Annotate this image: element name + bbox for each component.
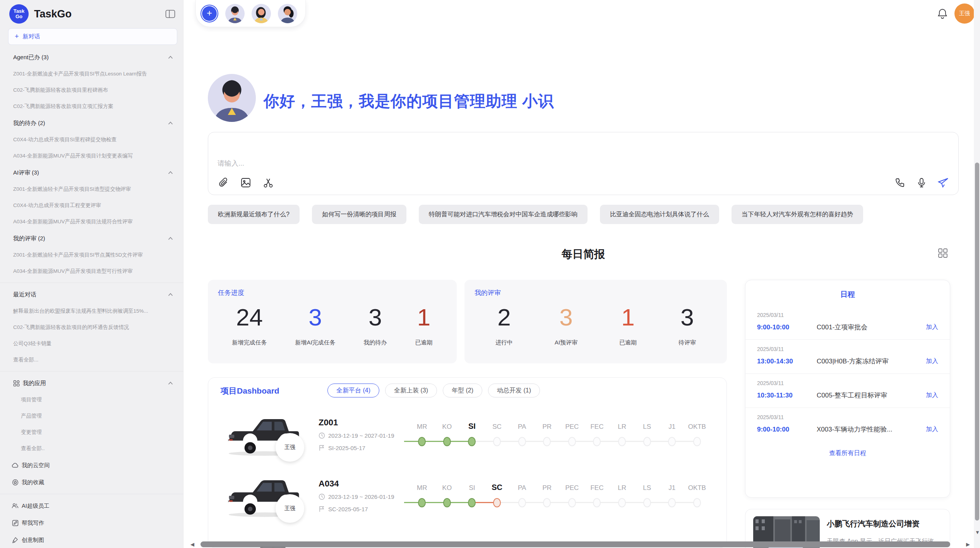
sidebar-item[interactable]: Z001-全新燃油轻卡产品开发项目SI节点属性5D文件评审 <box>0 247 183 263</box>
sidebar-item-favorites[interactable]: 我的收藏 <box>0 474 183 491</box>
sidebar-item-creative-drawing[interactable]: 创意制图 <box>0 531 183 548</box>
suggestion-chip[interactable]: 欧洲新规最近颁布了什么? <box>208 205 300 224</box>
sidebar-item[interactable]: Z001-全新燃油皮卡产品开发项目SI节点Lesson Learn报告 <box>0 66 183 82</box>
milestone-dot[interactable] <box>668 498 676 507</box>
attach-image-icon[interactable] <box>239 176 252 189</box>
milestone-dot[interactable] <box>443 498 451 507</box>
new-chat-button[interactable]: + 新对话 <box>8 28 177 45</box>
dashboard-tab[interactable]: 全新上装 (3) <box>385 384 437 397</box>
voice-call-icon[interactable] <box>893 176 906 189</box>
hscroll-left-arrow[interactable]: ◀ <box>190 541 194 547</box>
milestone-dot[interactable] <box>668 437 676 446</box>
milestone-dot[interactable] <box>643 498 651 507</box>
sidebar-item[interactable]: 查看全部.. <box>0 440 183 457</box>
sidebar-item-ai-super-staff[interactable]: AI超级员工 <box>0 497 183 514</box>
join-meeting-link[interactable]: 加入 <box>926 357 938 365</box>
join-meeting-link[interactable]: 加入 <box>926 323 938 331</box>
session-avatar-1[interactable] <box>225 4 245 23</box>
notification-bell-icon[interactable] <box>937 8 948 19</box>
suggestion-chip[interactable]: 特朗普可能对进口汽车增税会对中国车企造成哪些影响 <box>419 205 588 224</box>
session-avatar-2[interactable] <box>252 4 271 23</box>
sidebar-section-header[interactable]: 我的待办 (2) <box>0 115 183 132</box>
sidebar-item[interactable]: A034-全新新能源MUV产品开发项目计划变更表编写 <box>0 148 183 164</box>
milestone-dot[interactable] <box>418 437 426 446</box>
horizontal-scrollbar[interactable] <box>200 541 950 547</box>
milestone-dot[interactable] <box>643 437 651 446</box>
sidebar-section-header[interactable]: AI评审 (3) <box>0 164 183 181</box>
chevron-up-icon[interactable] <box>168 55 173 59</box>
dashboard-tab[interactable]: 全新平台 (4) <box>327 384 379 397</box>
hscroll-right-arrow[interactable]: ▶ <box>966 541 970 547</box>
milestone-dot[interactable] <box>493 498 501 507</box>
milestone-dot[interactable] <box>568 437 576 446</box>
sidebar-item[interactable]: C02-飞腾新能源轻客改款项目里程碑画布 <box>0 82 183 98</box>
microphone-icon[interactable] <box>915 176 928 189</box>
milestone-dot[interactable] <box>518 498 526 507</box>
sidebar-section-header[interactable]: 我的评审 (2) <box>0 230 183 247</box>
sidebar-item[interactable]: C02-飞腾新能源轻客改款项目的闭环通告反馈情况 <box>0 319 183 336</box>
sidebar-section-header[interactable]: 最近对话 <box>0 286 183 303</box>
milestone-dot[interactable] <box>568 498 576 507</box>
composer-actions <box>893 176 950 189</box>
sidebar-item[interactable]: A034-全新新能源MUV产品开发项目法规符合性评审 <box>0 214 183 230</box>
milestone-dot[interactable] <box>468 498 476 507</box>
sidebar-item[interactable]: C0X4-动力总成开发项目SI里程碑提交物检查 <box>0 132 183 148</box>
milestone: LS <box>634 414 660 451</box>
sidebar-item[interactable]: 公司Q3轻卡销量 <box>0 336 183 352</box>
milestone-dot[interactable] <box>468 437 476 446</box>
chat-input-box[interactable]: 请输入... <box>208 132 959 195</box>
session-avatar-3[interactable] <box>278 4 297 23</box>
milestone-dot[interactable] <box>518 437 526 446</box>
sidebar-item[interactable]: Z001-全新燃油轻卡产品开发项目SI造型提交物评审 <box>0 181 183 197</box>
sidebar-item-help-me-write[interactable]: 帮我写作 <box>0 514 183 531</box>
vertical-scrollbar[interactable] <box>975 163 979 521</box>
view-all-schedule-link[interactable]: 查看所有日程 <box>745 449 950 457</box>
vscroll-down-arrow[interactable]: ▼ <box>975 529 980 535</box>
join-meeting-link[interactable]: 加入 <box>926 391 938 399</box>
milestone-dot[interactable] <box>443 437 451 446</box>
attach-file-icon[interactable] <box>217 176 230 189</box>
milestone-dot[interactable] <box>493 437 501 446</box>
chevron-up-icon[interactable] <box>168 121 173 125</box>
sidebar-item-cloud-space[interactable]: 我的云空间 <box>0 457 183 474</box>
stat-value: 3 <box>364 301 387 334</box>
sidebar-item[interactable]: 查看全部... <box>0 352 183 368</box>
snippet-scissors-icon[interactable] <box>262 176 275 189</box>
sidebar-item[interactable]: A034-全新新能源MUV产品开发项目造型可行性评审 <box>0 263 183 279</box>
add-session-button[interactable]: + <box>200 5 218 22</box>
project-row: 王强A0342023-12-19 ~ 2026-01-19SC-2025-05-… <box>208 472 726 538</box>
milestone-dot[interactable] <box>543 437 551 446</box>
chevron-up-icon[interactable] <box>168 381 173 385</box>
send-icon[interactable] <box>937 176 950 189</box>
chevron-up-icon[interactable] <box>168 171 173 175</box>
plus-icon: + <box>202 6 217 21</box>
suggestion-chip[interactable]: 比亚迪全固态电池计划具体说了什么 <box>600 205 719 224</box>
milestone-dot[interactable] <box>693 437 701 446</box>
sidebar-item[interactable]: C0X4-动力总成开发项目工程变更评审 <box>0 197 183 214</box>
milestone-dot[interactable] <box>618 498 626 507</box>
milestone-label: OKTB <box>685 423 710 431</box>
milestone-dot[interactable] <box>618 437 626 446</box>
join-meeting-link[interactable]: 加入 <box>926 425 938 433</box>
chevron-up-icon[interactable] <box>168 293 173 296</box>
milestone-dot[interactable] <box>693 498 701 507</box>
sidebar-collapse-icon[interactable] <box>164 9 176 19</box>
milestone-dot[interactable] <box>418 498 426 507</box>
milestone-dot[interactable] <box>593 498 601 507</box>
dashboard-tab[interactable]: 年型 (2) <box>443 384 482 397</box>
sidebar-section-header[interactable]: Agent已办 (3) <box>0 49 183 66</box>
sidebar-section-header[interactable]: 我的应用 <box>0 375 183 392</box>
suggestion-chip[interactable]: 如何写一份清晰的项目周报 <box>312 205 406 224</box>
sidebar-item[interactable]: 产品管理 <box>0 408 183 424</box>
user-avatar[interactable]: 王强 <box>954 3 975 24</box>
sidebar-item[interactable]: 解释最新出台的欧盟报废车法规再生塑料比例被调至15%... <box>0 303 183 319</box>
briefing-layout-icon[interactable] <box>937 248 948 259</box>
sidebar-item[interactable]: C02-飞腾新能源轻客改款项目立项汇报方案 <box>0 98 183 115</box>
chevron-up-icon[interactable] <box>168 236 173 240</box>
sidebar-item[interactable]: 变更管理 <box>0 424 183 440</box>
suggestion-chip[interactable]: 当下年轻人对汽车外观有怎样的喜好趋势 <box>732 205 863 224</box>
milestone-dot[interactable] <box>543 498 551 507</box>
sidebar-item[interactable]: 项目管理 <box>0 392 183 408</box>
milestone-dot[interactable] <box>593 437 601 446</box>
dashboard-tab[interactable]: 动总开发 (1) <box>488 384 540 397</box>
